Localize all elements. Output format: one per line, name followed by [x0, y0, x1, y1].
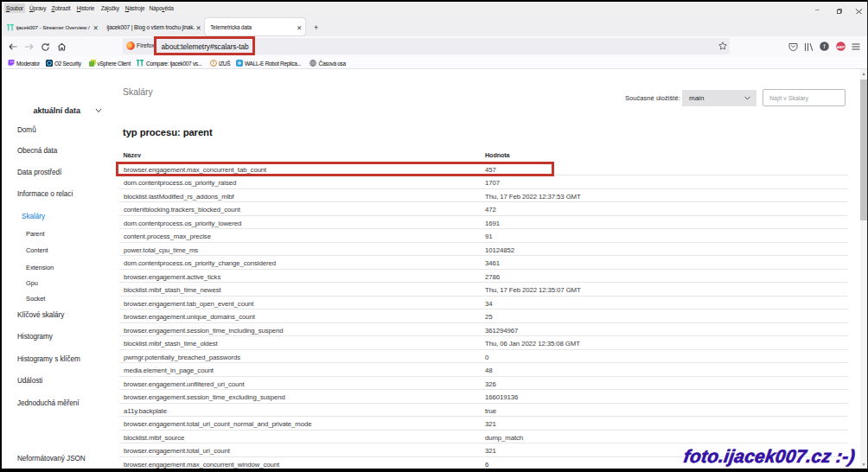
svg-text:f: f [824, 43, 826, 49]
svg-text:ABP: ABP [837, 45, 845, 49]
